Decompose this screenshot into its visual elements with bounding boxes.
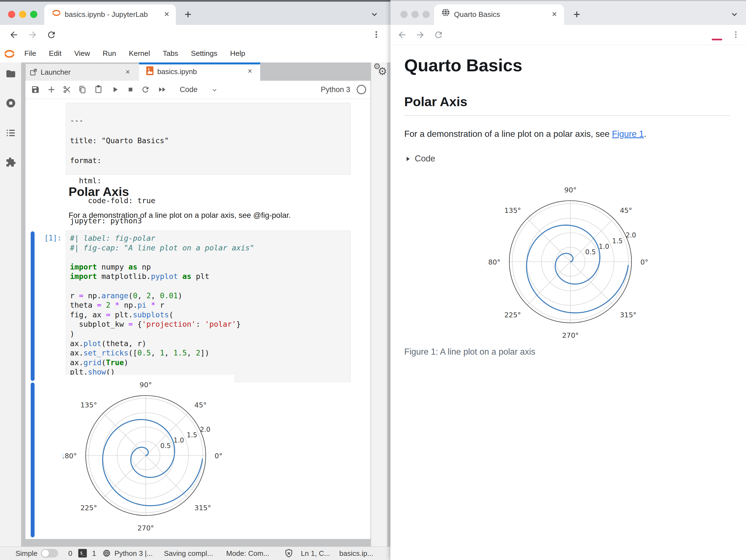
jupyterlab-logo	[3, 48, 16, 60]
cell-type-chevron-icon[interactable]	[211, 87, 218, 93]
code-line[interactable]: import matplotlib.pyplot as plt	[70, 272, 254, 282]
cell-type-dropdown[interactable]: Code	[180, 85, 198, 94]
menu-item-run[interactable]: Run	[103, 49, 116, 58]
svg-text:2.0: 2.0	[200, 426, 210, 434]
menu-item-file[interactable]: File	[24, 49, 36, 58]
zoom-window-button[interactable]	[423, 11, 430, 18]
window-right-edge	[387, 62, 391, 547]
jupyterlab-status-bar: Simple 0 $_ 1 Python 3 |... Saving compl…	[0, 547, 391, 560]
kernel-status-icon[interactable]	[357, 85, 366, 94]
cut-cells-icon[interactable]	[62, 85, 71, 94]
code-line[interactable]: import numpy as np	[70, 262, 254, 272]
menu-item-view[interactable]: View	[74, 49, 90, 58]
cell-output-area: 0°45°90°135°180°225°270°315°0.51.01.52.0	[63, 375, 234, 539]
raw-cell-yaml[interactable]: --- title: "Quarto Basics" format: html:…	[66, 103, 351, 175]
tab-search-chevron-icon[interactable]	[730, 10, 739, 19]
code-line[interactable]: r = np.arange(0, 2, 0.01)	[70, 291, 254, 301]
forward-icon[interactable]	[28, 30, 38, 40]
quarto-browser-window: Quarto Basics local	[391, 0, 746, 560]
paste-cells-icon[interactable]	[94, 85, 103, 94]
forward-icon[interactable]	[415, 30, 425, 40]
new-tab-button[interactable]	[572, 9, 582, 19]
figure-crossref-link[interactable]: Figure 1	[612, 129, 644, 139]
browser-tab[interactable]: Quarto Basics	[434, 4, 564, 25]
terminal-icon[interactable]: $_	[78, 549, 87, 558]
svg-text:0.5: 0.5	[585, 248, 596, 256]
svg-text:90°: 90°	[564, 186, 576, 194]
svg-text:45°: 45°	[194, 401, 206, 409]
menu-item-help[interactable]: Help	[230, 49, 245, 58]
code-line[interactable]: )	[70, 329, 254, 339]
code-line[interactable]: ax.grid(True)	[70, 358, 254, 367]
code-line[interactable]	[70, 253, 254, 262]
browser-menu-kebab-icon[interactable]	[372, 29, 381, 40]
kernel-chip-icon[interactable]	[102, 549, 111, 558]
table-of-contents-icon[interactable]	[5, 128, 16, 138]
extension-manager-icon[interactable]	[5, 157, 16, 168]
kernel-status-text[interactable]: Python 3 |...	[114, 549, 153, 558]
restart-kernel-icon[interactable]	[141, 85, 150, 94]
code-cell-input[interactable]: #| label: fig-polar#| fig-cap: "A line p…	[66, 231, 351, 382]
svg-text:1.5: 1.5	[186, 431, 197, 439]
code-editor[interactable]: #| label: fig-polar#| fig-cap: "A line p…	[70, 234, 254, 377]
output-cell-collapser[interactable]	[31, 383, 34, 537]
close-window-button[interactable]	[8, 11, 15, 18]
svg-text:45°: 45°	[620, 206, 632, 214]
zoom-window-button[interactable]	[30, 11, 37, 18]
notebook-scroll-area[interactable]: --- title: "Quarto Basics" format: html:…	[25, 99, 371, 539]
window-top-edge	[391, 0, 746, 1]
copy-cells-icon[interactable]	[78, 85, 87, 94]
run-cell-icon[interactable]	[111, 85, 119, 94]
close-doc-tab-icon[interactable]	[124, 68, 131, 76]
close-doc-tab-icon[interactable]	[247, 67, 254, 75]
code-line[interactable]: #| fig-cap: "A line plot on a polar axis…	[70, 243, 254, 253]
close-tab-icon[interactable]	[550, 10, 558, 18]
interrupt-kernel-icon[interactable]	[126, 85, 135, 94]
trust-shield-icon[interactable]	[284, 549, 293, 558]
active-cell-collapser[interactable]	[31, 231, 34, 381]
menu-item-kernel[interactable]: Kernel	[129, 49, 150, 58]
back-icon[interactable]	[9, 30, 19, 40]
menu-item-settings[interactable]: Settings	[191, 49, 218, 58]
file-browser-icon[interactable]	[5, 68, 16, 79]
back-icon[interactable]	[397, 30, 407, 40]
simple-mode-toggle[interactable]	[41, 549, 58, 558]
property-inspector-gears-icon[interactable]: ⚙	[378, 65, 387, 78]
menu-item-edit[interactable]: Edit	[49, 49, 62, 58]
code-line[interactable]: #| label: fig-polar	[70, 234, 254, 243]
code-line[interactable]	[70, 282, 254, 291]
tab-search-chevron-icon[interactable]	[370, 10, 379, 19]
cursor-position[interactable]: Ln 1, C...	[301, 549, 330, 558]
svg-text:2.0: 2.0	[626, 231, 636, 239]
new-tab-button[interactable]	[183, 9, 193, 19]
minimize-window-button[interactable]	[19, 11, 26, 18]
browser-tab-title: Quarto Basics	[454, 10, 500, 19]
close-tab-icon[interactable]	[163, 10, 171, 18]
doc-tab-notebook[interactable]: basics.ipynb	[139, 62, 260, 81]
reload-icon[interactable]	[434, 30, 443, 40]
restart-run-all-icon[interactable]	[157, 85, 167, 94]
menu-items: File Edit View Run Kernel Tabs Settings …	[24, 49, 245, 58]
kernel-name[interactable]: Python 3	[321, 85, 350, 94]
doc-tab-label: basics.ipynb	[157, 67, 197, 76]
menu-item-tabs[interactable]: Tabs	[163, 49, 178, 58]
browser-tab-title: basics.ipynb - JupyterLab	[65, 10, 148, 19]
doc-tab-launcher[interactable]: Launcher	[25, 64, 139, 81]
reload-icon[interactable]	[47, 30, 56, 40]
svg-text:225°: 225°	[81, 504, 97, 512]
minimize-window-button[interactable]	[411, 11, 419, 18]
browser-menu-kebab-icon[interactable]	[731, 29, 741, 40]
close-window-button[interactable]	[400, 11, 407, 18]
save-icon[interactable]	[31, 85, 40, 94]
code-line[interactable]: theta = 2 * np.pi * r	[70, 300, 254, 310]
browser-tab[interactable]: basics.ipynb - JupyterLab	[44, 4, 176, 25]
execution-count-prompt: [1]:	[44, 234, 62, 242]
code-line[interactable]: fig, ax = plt.subplots(	[70, 310, 254, 320]
code-line[interactable]: subplot_kw = {'projection': 'polar'}	[70, 320, 254, 329]
code-line[interactable]: ax.plot(theta, r)	[70, 339, 254, 349]
code-line[interactable]: ax.set_rticks([0.5, 1, 1.5, 2])	[70, 348, 254, 358]
screenshot-root: basics.ipynb - JupyterLab	[0, 0, 746, 560]
launcher-icon	[30, 68, 37, 76]
running-kernels-icon[interactable]	[5, 98, 16, 108]
add-cell-icon[interactable]	[47, 85, 56, 94]
